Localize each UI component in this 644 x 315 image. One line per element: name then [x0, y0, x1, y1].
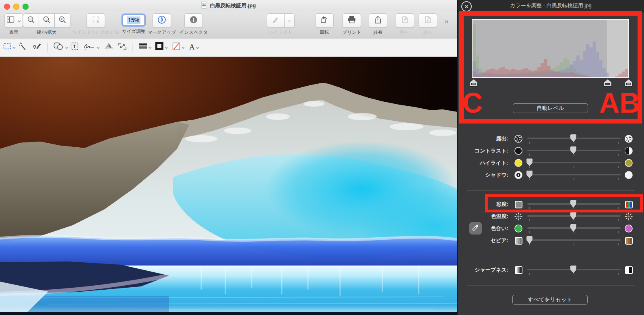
selection-tool-button[interactable] [3, 42, 16, 52]
slider-thumb[interactable] [570, 134, 577, 143]
zoom-out-button[interactable] [23, 13, 39, 28]
slider-thumb[interactable] [526, 158, 533, 167]
tick [574, 243, 574, 245]
border-color-button[interactable] [155, 42, 168, 52]
panel-close-button[interactable]: ✕ [461, 1, 472, 12]
instant-alpha-button[interactable] [18, 42, 27, 52]
tick [618, 243, 619, 245]
signature-tool-button[interactable]: x [83, 42, 100, 52]
actual-size-button[interactable]: 1 [39, 13, 55, 28]
window-titlebar: 白黒反転検証用.jpg [0, 0, 457, 11]
slider-thumb[interactable] [570, 265, 577, 274]
toolbar-item-print: プリント [339, 13, 364, 35]
chevron-down-icon [182, 43, 185, 51]
section-divider [467, 285, 635, 286]
next-label: 次へ [423, 29, 432, 35]
previous-button[interactable] [396, 13, 414, 28]
sketch-pen-icon [32, 42, 42, 52]
resize-icon [118, 42, 127, 52]
tick [529, 142, 530, 144]
adjust-color-button[interactable] [104, 42, 114, 52]
shadows-slider[interactable] [527, 174, 621, 175]
zoom-group-label: 縮小/拡大 [37, 29, 56, 35]
sketch-tool-button[interactable] [32, 42, 42, 52]
chevron-down-icon [196, 43, 199, 51]
inverted-landscape-photo [0, 56, 457, 315]
slider-thumb[interactable] [570, 224, 577, 233]
close-window-button[interactable] [4, 4, 10, 10]
tint-slider[interactable] [527, 227, 621, 229]
sepia-gray-icon [514, 236, 523, 245]
markup-button[interactable] [153, 13, 171, 28]
slider-row-shadows: シャドウ: [458, 169, 644, 181]
text-style-button[interactable]: A [189, 42, 199, 52]
page-down-icon [424, 16, 431, 25]
tick [618, 166, 619, 168]
contrast-slider[interactable] [527, 150, 621, 151]
exposure-slider[interactable] [527, 138, 621, 139]
tick [618, 154, 619, 156]
aperture-dark-icon [514, 134, 523, 143]
zoom-window-button[interactable] [23, 4, 29, 10]
next-button[interactable] [419, 13, 437, 28]
minimize-window-button[interactable] [13, 4, 19, 10]
sepia-slider[interactable] [527, 239, 621, 241]
highlight-button[interactable] [267, 13, 285, 28]
slider-row-contrast: コントラスト: [458, 144, 644, 156]
tick [618, 231, 619, 233]
contrast-low-icon [514, 146, 523, 155]
annotation-letter-ab: AB [599, 89, 640, 117]
text-tool-button[interactable]: T [70, 42, 78, 52]
document-proxy-icon[interactable] [201, 2, 207, 10]
page-up-icon [401, 16, 409, 25]
svg-text:1: 1 [45, 18, 47, 21]
sidebar-icon [7, 16, 17, 25]
slider-label: セピア: [458, 237, 508, 244]
sharpness-slider[interactable] [527, 269, 621, 270]
tick [618, 273, 619, 275]
tick [618, 142, 619, 144]
chevron-down-icon [65, 43, 68, 51]
fit-window-button[interactable] [87, 13, 105, 28]
adjust-size-button[interactable] [118, 42, 127, 52]
panel-title: カラーを調整 - 白黒反転検証用.jpg [510, 2, 591, 9]
print-button[interactable] [343, 13, 361, 28]
share-button[interactable] [369, 13, 387, 28]
zoom-in-button[interactable] [55, 13, 70, 28]
view-label: 表示 [9, 29, 19, 35]
toolbar-item-view: 表示 [3, 13, 24, 35]
shapes-tool-button[interactable] [54, 42, 68, 52]
view-button[interactable] [4, 13, 23, 28]
fill-color-button[interactable] [172, 42, 185, 52]
tick [618, 219, 619, 221]
toolbar-item-next: 次へ [417, 13, 439, 35]
slider-thumb[interactable] [526, 236, 533, 245]
zoom-out-icon [27, 16, 35, 25]
rotate-button[interactable] [315, 13, 334, 28]
text-box-icon: T [70, 42, 78, 52]
slider-row-exposure: 露出: [458, 132, 644, 144]
inspector-button[interactable]: i [184, 13, 203, 28]
reset-all-button[interactable]: すべてをリセット [512, 295, 588, 305]
rotate-left-icon [320, 16, 329, 25]
line-weight-button[interactable] [138, 42, 152, 52]
tick [529, 154, 530, 156]
highlight-menu-button[interactable] [285, 13, 295, 28]
slider-thumb[interactable] [526, 170, 533, 179]
slider-thumb[interactable] [570, 212, 577, 220]
photo-canvas[interactable] [0, 56, 457, 315]
highlights-slider[interactable] [527, 162, 621, 163]
markup-toolbar: T x A [0, 39, 457, 56]
tick [574, 178, 574, 180]
slider-thumb[interactable] [570, 146, 577, 155]
actual-size-icon: 1 [43, 16, 51, 25]
markup-pen-icon [157, 15, 166, 26]
zoom-in-icon [58, 16, 66, 25]
zoom-percent-field[interactable]: 15% [123, 15, 144, 25]
markup-label: マークアップ [148, 29, 176, 35]
temperature-slider[interactable] [527, 215, 621, 217]
toolbar-overflow-button[interactable]: » [444, 17, 448, 26]
chevron-down-icon [18, 17, 21, 24]
sharpness-soft-icon [514, 266, 523, 274]
window-title: 白黒反転検証用.jpg [210, 2, 256, 9]
